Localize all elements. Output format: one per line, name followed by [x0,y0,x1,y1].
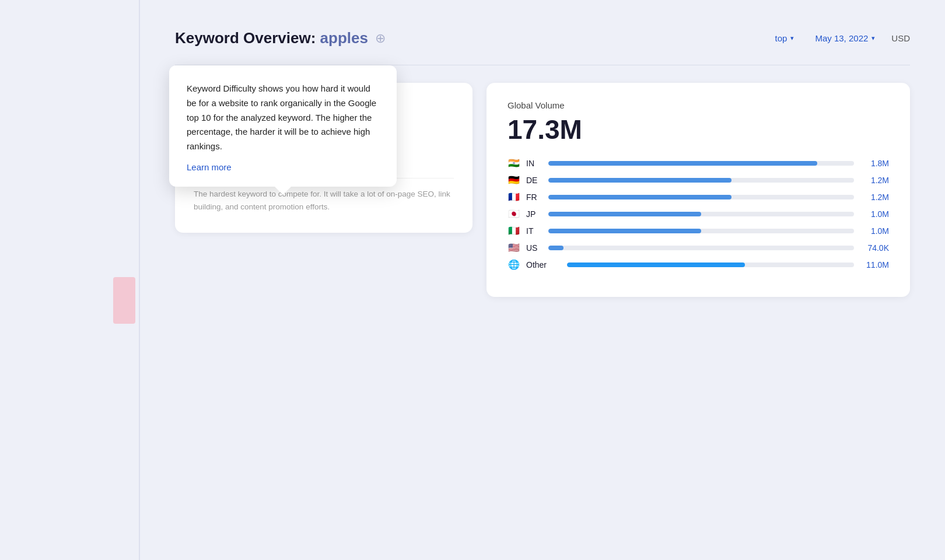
country-flag-icon: 🇫🇷 [508,192,520,202]
country-volume-value: 74.0K [860,243,889,253]
bar-fill [567,262,745,267]
country-code-label: JP [526,209,542,219]
page-title: Keyword Overview: apples [175,29,368,47]
bar-fill [548,212,701,216]
country-flag-icon: 🌐 [508,260,520,270]
gv-title: Global Volume [508,100,889,110]
country-volume-value: 1.8M [860,159,889,168]
gv-total: 17.3M [508,115,889,145]
device-dropdown[interactable]: top ▾ [771,31,799,46]
country-row: 🇺🇸US74.0K [508,243,889,253]
country-row: 🌐Other11.0M [508,260,889,270]
country-flag-icon: 🇯🇵 [508,209,520,219]
bar-track [548,229,854,233]
country-row: 🇩🇪DE1.2M [508,176,889,185]
page-header: Keyword Overview: apples ⊕ top ▾ May 13,… [175,29,910,47]
country-code-label: Other [526,260,561,270]
bar-track [548,212,854,216]
global-volume-card: Global Volume 17.3M 🇮🇳IN1.8M🇩🇪DE1.2M🇫🇷FR… [487,83,910,297]
country-flag-icon: 🇮🇹 [508,226,520,236]
country-row: 🇯🇵JP1.0M [508,209,889,219]
country-code-label: US [526,243,542,253]
bar-track [548,195,854,200]
country-volume-value: 1.2M [860,192,889,202]
country-code-label: DE [526,176,542,185]
country-flag-icon: 🇺🇸 [508,243,520,253]
country-volume-value: 1.0M [860,226,889,236]
cards-row: Keyword Difficulty shows you how hard it… [175,83,910,297]
header-controls: top ▾ May 13, 2022 ▾ USD [771,31,910,46]
country-row: 🇫🇷FR1.2M [508,192,889,202]
tooltip-card: Keyword Difficulty shows you how hard it… [169,65,397,187]
bar-fill [548,178,732,183]
bar-fill [548,246,564,250]
bar-track [548,246,854,250]
country-list: 🇮🇳IN1.8M🇩🇪DE1.2M🇫🇷FR1.2M🇯🇵JP1.0M🇮🇹IT1.0M… [508,159,889,270]
currency-label: USD [891,33,910,43]
chevron-down-icon: ▾ [872,34,875,42]
country-row: 🇮🇹IT1.0M [508,226,889,236]
add-keyword-icon[interactable]: ⊕ [375,31,386,46]
bar-track [567,262,854,267]
bar-fill [548,195,732,200]
bar-fill [548,161,817,166]
date-dropdown[interactable]: May 13, 2022 ▾ [810,31,880,46]
country-code-label: IN [526,159,542,168]
country-code-label: IT [526,226,542,236]
bar-track [548,161,854,166]
country-row: 🇮🇳IN1.8M [508,159,889,168]
country-volume-value: 1.2M [860,176,889,185]
chevron-down-icon: ▾ [790,34,794,42]
country-flag-icon: 🇩🇪 [508,176,520,185]
tooltip-text: Keyword Difficulty shows you how hard it… [187,82,379,154]
country-volume-value: 1.0M [860,209,889,219]
decorative-pink-box [113,277,135,324]
tooltip-learn-more-link[interactable]: Learn more [187,162,232,172]
bar-track [548,178,854,183]
country-flag-icon: 🇮🇳 [508,159,520,168]
country-volume-value: 11.0M [860,260,889,270]
bar-fill [548,229,701,233]
country-code-label: FR [526,192,542,202]
